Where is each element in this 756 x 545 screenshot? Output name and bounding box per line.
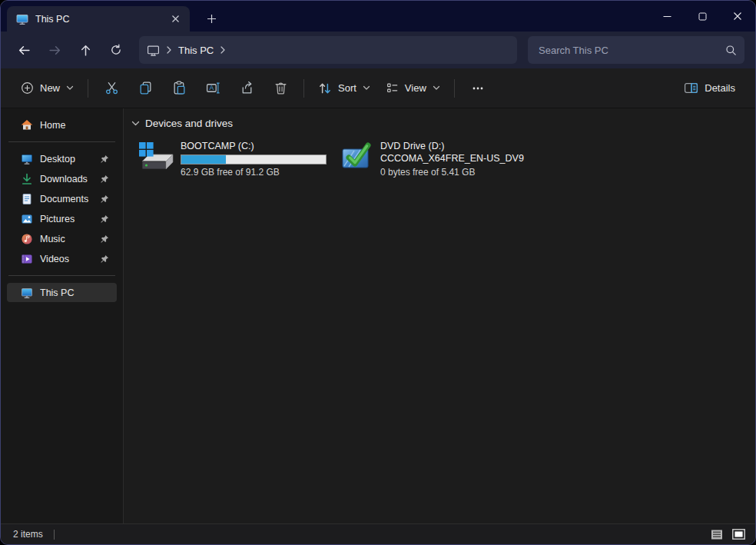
- sidebar-item-label: Desktop: [40, 154, 93, 164]
- sidebar-item-pictures[interactable]: Pictures: [7, 209, 117, 228]
- delete-icon: [274, 81, 288, 95]
- pin-icon: [100, 174, 109, 184]
- breadcrumb-this-pc[interactable]: This PC: [178, 45, 214, 56]
- chevron-down-icon: [363, 85, 370, 91]
- sort-button[interactable]: Sort: [310, 75, 378, 102]
- large-icons-view-button[interactable]: [729, 527, 748, 543]
- tab-close-button[interactable]: [165, 10, 185, 28]
- pin-icon: [100, 234, 109, 244]
- sidebar-item-videos[interactable]: Videos: [7, 249, 117, 268]
- videos-icon: [21, 253, 33, 265]
- music-icon: [21, 233, 33, 245]
- view-toggles: [708, 527, 748, 543]
- refresh-button[interactable]: [101, 36, 131, 64]
- home-icon: [21, 119, 33, 131]
- rename-button[interactable]: A: [196, 75, 230, 102]
- share-button[interactable]: [230, 75, 264, 102]
- capacity-bar: [181, 155, 327, 164]
- arrow-left-icon: [18, 44, 31, 57]
- paste-button[interactable]: [162, 75, 196, 102]
- cut-icon: [104, 81, 119, 95]
- sidebar-divider: [8, 141, 115, 142]
- window-controls: [649, 1, 755, 32]
- maximize-button[interactable]: [685, 1, 720, 32]
- search-input[interactable]: [539, 45, 725, 56]
- arrow-up-icon: [79, 44, 92, 57]
- drive-grid: BOOTCAMP (C:) 62.9 GB free of 91.2 GB: [130, 138, 755, 180]
- details-button-label: Details: [705, 82, 735, 94]
- copy-icon: [138, 81, 153, 95]
- downloads-icon: [21, 173, 33, 185]
- forward-button[interactable]: [39, 36, 70, 64]
- sidebar-item-desktop[interactable]: Desktop: [7, 149, 117, 168]
- details-pane-icon: [684, 81, 698, 95]
- location-monitor-icon: [147, 44, 160, 57]
- breadcrumb-chevron-icon[interactable]: [220, 46, 226, 54]
- sidebar-item-this-pc[interactable]: This PC: [7, 283, 117, 302]
- item-count: 2 items: [13, 529, 43, 540]
- drive-item-dvd[interactable]: DVD Drive (D:) CCCOMA_X64FRE_EN-US_DV9 0…: [336, 138, 526, 180]
- file-explorer-window: This PC: [0, 0, 756, 545]
- minimize-icon: [663, 12, 671, 21]
- close-icon: [733, 12, 742, 21]
- sidebar-item-home[interactable]: Home: [7, 115, 117, 135]
- see-more-icon: [471, 81, 485, 95]
- sort-icon: [318, 81, 332, 95]
- command-toolbar: New A Sort View: [1, 68, 755, 108]
- cut-button[interactable]: [94, 75, 128, 102]
- drive-name: DVD Drive (D:): [380, 140, 525, 152]
- details-pane-button[interactable]: Details: [676, 75, 743, 102]
- titlebar: This PC: [1, 1, 755, 32]
- tab-title: This PC: [35, 14, 165, 25]
- plus-icon: [207, 14, 217, 24]
- section-title: Devices and drives: [145, 118, 233, 129]
- toolbar-separator: [303, 79, 304, 98]
- copy-button[interactable]: [128, 75, 162, 102]
- sidebar-item-documents[interactable]: Documents: [7, 189, 117, 208]
- chevron-down-icon: [131, 121, 140, 127]
- up-button[interactable]: [70, 36, 101, 64]
- this-pc-monitor-icon: [16, 13, 28, 25]
- sidebar-item-music[interactable]: Music: [7, 229, 117, 248]
- view-button-label: View: [405, 82, 426, 94]
- minimize-button[interactable]: [649, 1, 685, 32]
- breadcrumb-chevron-icon[interactable]: [166, 46, 172, 54]
- close-icon: [171, 15, 180, 23]
- refresh-icon: [110, 44, 122, 56]
- maximize-icon: [698, 12, 707, 21]
- back-button[interactable]: [8, 36, 39, 64]
- toolbar-separator: [88, 79, 88, 98]
- new-button-label: New: [40, 82, 60, 94]
- capacity-bar-fill: [181, 155, 226, 164]
- pin-icon: [100, 155, 109, 164]
- sidebar-item-downloads[interactable]: Downloads: [7, 169, 117, 188]
- search-icon[interactable]: [725, 45, 737, 56]
- hard-drive-windows-icon: [138, 140, 174, 178]
- see-more-button[interactable]: [461, 75, 495, 102]
- sidebar-item-label: Music: [40, 234, 93, 244]
- tab-this-pc[interactable]: This PC: [7, 6, 190, 32]
- dvd-drive-icon: [337, 140, 374, 178]
- drive-free-space: 0 bytes free of 5.41 GB: [380, 167, 525, 178]
- arrow-right-icon: [48, 44, 61, 57]
- details-view-button[interactable]: [708, 527, 726, 543]
- new-button[interactable]: New: [13, 75, 81, 102]
- sidebar-item-label: Downloads: [40, 174, 93, 184]
- plus-circle-icon: [21, 81, 34, 95]
- new-tab-button[interactable]: [199, 8, 224, 29]
- delete-button[interactable]: [264, 75, 297, 102]
- content-area: Devices and drives: [124, 108, 755, 523]
- close-window-button[interactable]: [720, 1, 755, 32]
- search-box: [528, 36, 744, 64]
- svg-text:A: A: [209, 84, 214, 91]
- drive-name: BOOTCAMP (C:): [181, 140, 325, 152]
- pin-icon: [100, 194, 109, 204]
- navigation-bar: This PC: [1, 32, 755, 68]
- sidebar: Home Desktop Downloads Docum: [1, 108, 124, 523]
- paste-icon: [172, 81, 187, 95]
- address-bar[interactable]: This PC: [139, 36, 517, 64]
- section-devices-and-drives[interactable]: Devices and drives: [130, 118, 755, 129]
- view-button[interactable]: View: [378, 75, 448, 102]
- drive-item-bootcamp[interactable]: BOOTCAMP (C:) 62.9 GB free of 91.2 GB: [136, 138, 327, 180]
- sidebar-item-label: Videos: [40, 254, 93, 264]
